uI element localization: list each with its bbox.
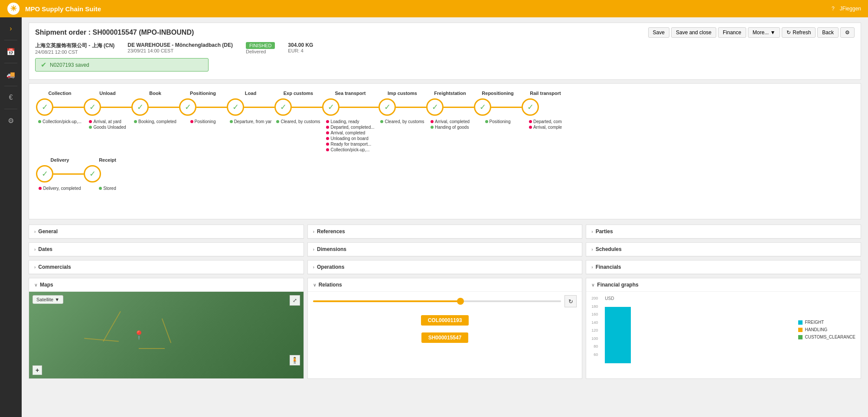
- page-title: Shipment order : SH000015547 (MPO-INBOUN…: [35, 29, 194, 36]
- step-circle-load[interactable]: ✓: [227, 98, 244, 116]
- step-events-book: Booking, completed: [134, 119, 176, 145]
- chevron-icon: ›: [34, 229, 36, 234]
- panels-row3: › Commercials › Operations › Financials: [29, 260, 861, 274]
- zoom-in-button[interactable]: +: [33, 365, 42, 375]
- references-panel-header[interactable]: › References: [308, 225, 582, 238]
- timeline-container: Collection ✓ Collection/pick-up,... Un: [29, 83, 861, 219]
- step-events-rail-transport: Departed, com Arrival, comple: [529, 119, 562, 145]
- event-line: Booking, completed: [134, 119, 176, 124]
- top-bar: ☀ MPO Supply Chain Suite ? JFieggen: [0, 0, 868, 17]
- dot-red: [529, 126, 532, 129]
- step-circle-delivery[interactable]: ✓: [36, 165, 53, 182]
- panels-row1: › General › References › Parties: [29, 225, 861, 239]
- financials-panel: › Financials: [586, 260, 861, 274]
- relation-node-sh[interactable]: SH000015547: [421, 332, 469, 343]
- sidebar: › 📅 🚚 € ⚙: [0, 17, 22, 417]
- step-label-receipt: Receipt: [99, 157, 116, 163]
- chevron-icon: ›: [313, 265, 314, 270]
- timeline-step-load: Load ✓ Departure, from yar: [227, 91, 274, 145]
- relations-refresh-button[interactable]: ↻: [565, 295, 577, 307]
- dates-panel-header[interactable]: › Dates: [29, 243, 303, 256]
- sidebar-item-calendar[interactable]: 📅: [2, 44, 20, 59]
- chevron-icon: ›: [313, 229, 314, 234]
- refresh-button[interactable]: ↻ Refresh: [782, 27, 816, 38]
- back-button[interactable]: Back: [817, 27, 839, 38]
- step-circle-book[interactable]: ✓: [131, 98, 149, 116]
- sidebar-item-truck[interactable]: 🚚: [2, 67, 20, 82]
- step-circle-imp-customs[interactable]: ✓: [379, 98, 396, 116]
- chevron-icon: ›: [34, 247, 36, 252]
- step-label-exp-customs: Exp customs: [284, 91, 313, 96]
- save-button[interactable]: Save: [648, 27, 669, 38]
- page-header: Shipment order : SH000015547 (MPO-INBOUN…: [29, 23, 861, 80]
- timeline-step-sea-transport: Sea transport ✓ Loading, ready Departed,…: [322, 91, 379, 153]
- general-panel-header[interactable]: › General: [29, 225, 303, 238]
- commercials-panel-header[interactable]: › Commercials: [29, 261, 303, 274]
- slider-fill: [313, 300, 462, 302]
- timeline-step-receipt: Receipt ✓ Stored: [84, 157, 131, 212]
- more-button[interactable]: More... ▼: [748, 27, 780, 38]
- step-circle-repositioning[interactable]: ✓: [474, 98, 491, 116]
- sidebar-item-settings[interactable]: ⚙: [2, 113, 20, 128]
- saved-text: N0207193 saved: [50, 62, 89, 68]
- dimensions-panel-header[interactable]: › Dimensions: [308, 243, 582, 256]
- weight-block: 304.00 KG EUR: 4: [288, 42, 313, 53]
- dot-red: [326, 120, 329, 123]
- step-label-collection: Collection: [48, 91, 71, 96]
- dot-red: [529, 120, 532, 123]
- slider-thumb[interactable]: [457, 298, 464, 305]
- event-line: Cleared, by customs: [380, 119, 424, 124]
- step-circle-sea-transport[interactable]: ✓: [322, 98, 339, 116]
- financials-panel-title: Financials: [596, 264, 621, 270]
- timeline-step-unload: Unload ✓ Arrival, at yard Goods Unloaded: [84, 91, 131, 145]
- panels-row2: › Dates › Dimensions › Schedules: [29, 242, 861, 257]
- help-icon[interactable]: ?: [832, 6, 835, 12]
- financial-graphs-header[interactable]: ∨ Financial graphs: [586, 278, 861, 292]
- relations-panel-header[interactable]: ∨ Relations: [308, 278, 582, 292]
- timeline-step-exp-customs: Exp customs ✓ Cleared, by customs: [274, 91, 322, 145]
- step-circle-exp-customs[interactable]: ✓: [274, 98, 292, 116]
- step-label-freightstation: Freightstation: [434, 91, 466, 96]
- settings-button[interactable]: ⚙: [840, 27, 855, 38]
- streetview-button[interactable]: 🧍: [290, 355, 300, 365]
- step-circle-freightstation[interactable]: ✓: [426, 98, 444, 116]
- dot-green: [485, 120, 488, 123]
- fullscreen-button[interactable]: ⤢: [290, 295, 300, 306]
- step-circle-rail-transport[interactable]: ✓: [522, 98, 539, 116]
- step-circle-positioning[interactable]: ✓: [179, 98, 196, 116]
- step-events-sea-transport: Loading, ready Departed, completed... Ar…: [326, 119, 374, 153]
- step-events-unload: Arrival, at yard Goods Unloaded: [89, 119, 126, 145]
- top-bar-right: ? JFieggen: [832, 6, 861, 12]
- dot-green: [431, 126, 434, 129]
- sidebar-item-nav[interactable]: ›: [2, 21, 20, 36]
- weight-value: 304.00 KG: [288, 42, 313, 48]
- dates-panel-title: Dates: [38, 246, 52, 252]
- dot-green: [134, 120, 137, 123]
- maps-panel-header[interactable]: ∨ Maps: [29, 278, 303, 292]
- timeline-step-repositioning: Repositioning ✓ Positioning: [474, 91, 522, 145]
- zoom-slider[interactable]: [313, 300, 561, 302]
- finance-button[interactable]: Finance: [718, 27, 746, 38]
- step-events-delivery: Delivery, completed: [39, 186, 81, 212]
- satellite-button[interactable]: Satellite ▼: [33, 295, 63, 304]
- dot-red: [190, 120, 193, 123]
- schedules-panel-header[interactable]: › Schedules: [586, 243, 861, 256]
- step-circle-collection[interactable]: ✓: [36, 98, 53, 116]
- step-circle-unload[interactable]: ✓: [84, 98, 101, 116]
- references-panel-title: References: [317, 228, 345, 235]
- relation-node-col[interactable]: COL00001193: [421, 315, 469, 326]
- dot-green: [99, 187, 102, 190]
- timeline-step-collection: Collection ✓ Collection/pick-up,...: [36, 91, 84, 145]
- save-close-button[interactable]: Save and close: [671, 27, 716, 38]
- user-label[interactable]: JFieggen: [840, 6, 861, 12]
- financials-panel-header[interactable]: › Financials: [586, 261, 861, 274]
- step-circle-receipt[interactable]: ✓: [84, 165, 101, 182]
- parties-panel-header[interactable]: › Parties: [586, 225, 861, 238]
- event-line: Positioning: [485, 119, 511, 124]
- operations-panel-header[interactable]: › Operations: [308, 261, 582, 274]
- event-line: Cleared, by customs: [276, 119, 320, 124]
- dot-green: [38, 120, 41, 123]
- sidebar-item-currency[interactable]: €: [2, 90, 20, 105]
- schedules-panel: › Schedules: [586, 242, 861, 257]
- legend-freight-label: FREIGHT: [805, 320, 824, 325]
